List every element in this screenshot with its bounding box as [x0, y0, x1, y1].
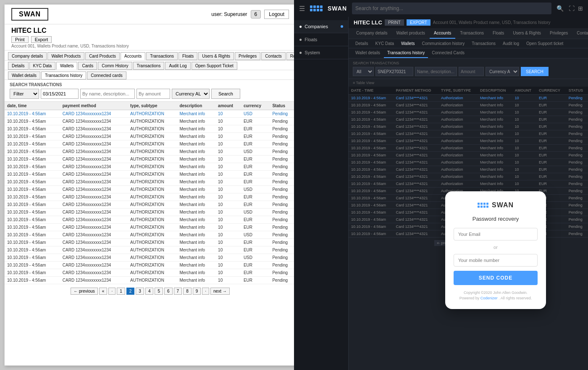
- dp-sidebar-item-floats[interactable]: ● Floats: [294, 33, 348, 46]
- lp-date-input[interactable]: [41, 89, 79, 99]
- dp-table-row[interactable]: 10.10.2019 - 4:56amCard 1234****4321Auth…: [349, 95, 588, 102]
- dp-sub-tab-audit-log[interactable]: Audit log: [499, 39, 522, 48]
- dp-print-button[interactable]: PRINT: [385, 19, 404, 26]
- lp-tab-floats[interactable]: Floats: [178, 52, 197, 60]
- dp-name-input[interactable]: [415, 67, 457, 76]
- lp-logout-button[interactable]: Logout: [264, 10, 289, 19]
- lp-table-row[interactable]: 10.10.2019 - 4:56amCARD 1234xxxxxxxx1234…: [5, 254, 296, 262]
- lp-amount-input[interactable]: [136, 89, 170, 99]
- dp-nav-tab-accounts[interactable]: Accounts: [430, 28, 455, 39]
- lp-tab-contacts[interactable]: Contacts: [261, 52, 285, 60]
- lp-tab2-comm-history[interactable]: Comm History: [98, 62, 132, 70]
- lp-table-row[interactable]: 10.10.2019 - 4:56amCARD 1234xxxxxxxx1234…: [5, 133, 296, 140]
- lp-page-btn[interactable]: ·: [202, 288, 209, 295]
- mc-email-input[interactable]: [454, 228, 538, 240]
- dp-currency-select[interactable]: Currency ALL: [486, 67, 519, 76]
- dp-search-input[interactable]: [352, 3, 551, 14]
- lp-table-row[interactable]: 10.10.2019 - 4:56amCARD 1234xxxxxxxx1234…: [5, 224, 296, 231]
- dp-table-row[interactable]: 10.10.2019 - 4:56amCard 1234****4321Auth…: [349, 123, 588, 130]
- dp-table-row[interactable]: 10.10.2019 - 4:56amCard 1234****4321Auth…: [349, 180, 588, 188]
- lp-table-row[interactable]: 10.10.2019 - 4:56amCARD 1234xxxxxxxx1234…: [5, 171, 296, 178]
- dp-nav-tab-users-&-rights[interactable]: Users & Rights: [509, 28, 545, 39]
- lp-table-row[interactable]: 10.10.2019 - 4:56amCARD 1234xxxxxxxx1234…: [5, 239, 296, 246]
- dp-sidebar-item-companies[interactable]: ● Companies: [294, 20, 348, 33]
- lp-tab-card-products[interactable]: Card Products: [85, 52, 120, 60]
- dp-export-button[interactable]: EXPORT: [407, 19, 430, 26]
- lp-table-row[interactable]: 10.10.2019 - 4:56amCARD 1234xxxxxxxx1234…: [5, 269, 296, 277]
- lp-table-row[interactable]: 10.10.2019 - 4:56amCARD 1234xxxxxxxx1234…: [5, 110, 296, 118]
- lp-export-button[interactable]: Export: [31, 36, 52, 43]
- lp-table-row[interactable]: 10.10.2019 - 4:56amCARD 1234xxxxxxxx1234…: [5, 231, 296, 239]
- lp-tab-privileges[interactable]: Privileges: [235, 52, 260, 60]
- lp-page-btn[interactable]: 6: [164, 288, 173, 295]
- lp-table-row[interactable]: 10.10.2019 - 4:56amCARD 1234xxxxxxxx1234…: [5, 118, 296, 125]
- lp-tab2-wallets[interactable]: Wallets: [56, 62, 77, 70]
- lp-tab2-kyc-data[interactable]: KYC Data: [29, 62, 55, 70]
- mc-phone-input[interactable]: [454, 254, 538, 267]
- dp-table-row[interactable]: 10.10.2019 - 4:56amCard 1234****4321Auth…: [349, 130, 588, 137]
- lp-tab-company-details[interactable]: Company details: [8, 52, 47, 60]
- dp-search-icon[interactable]: 🔍: [556, 5, 564, 12]
- lp-page-btn[interactable]: 3: [136, 288, 144, 295]
- dp-amount-input[interactable]: [459, 67, 484, 76]
- dp-table-row[interactable]: 10.10.2019 - 4:56amCard 1234****4321Auth…: [349, 137, 588, 145]
- dp-nav-tab-privileges[interactable]: Privileges: [546, 28, 572, 39]
- lp-table-row[interactable]: 10.10.2019 - 4:56amCARD 1234xxxxxxxx1234…: [5, 262, 296, 269]
- dp-grid-icon[interactable]: ⊞: [578, 5, 583, 12]
- dp-sub-tab-details[interactable]: Details: [352, 39, 372, 48]
- lp-table-row[interactable]: 10.10.2019 - 4:56amCARD 1234xxxxxxxx1234…: [5, 156, 296, 163]
- dp-table-row[interactable]: 10.10.2019 - 4:56amCard 1234****4321Auth…: [349, 166, 588, 173]
- lp-table-row[interactable]: 10.10.2019 - 4:56amCARD 1234xxxxxxxx1234…: [5, 125, 296, 133]
- dp-table-row[interactable]: 10.10.2019 - 4:56amCard 1234****4321Auth…: [349, 102, 588, 109]
- lp-page-btn[interactable]: next →: [210, 288, 230, 295]
- dp-table-row[interactable]: 10.10.2019 - 4:56amCard 1234****4321Auth…: [349, 109, 588, 116]
- lp-table-row[interactable]: 10.10.2019 - 4:56amCARD 1234xxxxxxxx1234…: [5, 277, 296, 284]
- dp-expand-icon[interactable]: ⛶: [569, 5, 575, 12]
- lp-page-btn[interactable]: 5: [155, 288, 163, 295]
- lp-table-row[interactable]: 10.10.2019 - 4:56amCARD 1234xxxxxxxx1234…: [5, 201, 296, 209]
- dp-search-button[interactable]: SEARCH: [521, 67, 549, 76]
- lp-tab3-transactions-history[interactable]: Transactions history: [41, 71, 86, 79]
- dp-nav-tab-company-details[interactable]: Company details: [352, 28, 391, 39]
- dp-sidebar-item-system[interactable]: ● System: [294, 46, 348, 59]
- lp-page-btn[interactable]: 2: [126, 288, 135, 295]
- lp-tab2-open-support-ticket[interactable]: Open Support Ticket: [192, 62, 237, 70]
- dp-wallet-tab-wallet-details[interactable]: Wallet details: [352, 48, 383, 58]
- lp-search-button[interactable]: Search: [211, 89, 240, 99]
- lp-tab-wallet-products[interactable]: Wallet Products: [47, 52, 84, 60]
- lp-page-btn[interactable]: 7: [174, 288, 182, 295]
- lp-tab-transactions[interactable]: Transactions: [146, 52, 178, 60]
- lp-tab2-cards[interactable]: Cards: [78, 62, 97, 70]
- dp-table-row[interactable]: 10.10.2019 - 4:56amCard 1234****4321Auth…: [349, 152, 588, 159]
- dp-sub-tab-wallets[interactable]: Wallets: [398, 39, 418, 48]
- lp-tab-accounts[interactable]: Accounts: [121, 52, 145, 60]
- dp-table-row[interactable]: 10.10.2019 - 4:56amCard 1234****4321Auth…: [349, 145, 588, 152]
- dp-sub-tab-open-support-ticket[interactable]: Open Support ticket: [523, 39, 567, 48]
- dp-wallet-tab-connected-cards[interactable]: Connected Cards: [428, 48, 468, 58]
- lp-page-btn[interactable]: «: [99, 288, 108, 295]
- lp-table-row[interactable]: 10.10.2019 - 4:56amCARD 1234xxxxxxxx1234…: [5, 193, 296, 201]
- lp-currency-select[interactable]: Currency ALL: [172, 89, 210, 99]
- mc-footer-link[interactable]: Codenizer: [480, 296, 498, 300]
- lp-page-btn[interactable]: ·: [108, 288, 116, 295]
- dp-nav-tab-contacts[interactable]: Contacts: [572, 28, 588, 39]
- lp-table-row[interactable]: 10.10.2019 - 4:56amCARD 1234xxxxxxxx1234…: [5, 148, 296, 156]
- lp-print-button[interactable]: Print: [11, 36, 29, 43]
- dp-nav-tab-transactions[interactable]: Transactions: [456, 28, 488, 39]
- dp-sub-tab-communication-history[interactable]: Communication history: [418, 39, 468, 48]
- dp-table-row[interactable]: 10.10.2019 - 4:56amCard 1234****4321Auth…: [349, 159, 588, 166]
- dp-table-row[interactable]: 10.10.2019 - 4:56amCard 1234****4321Auth…: [349, 116, 588, 123]
- lp-table-row[interactable]: 10.10.2019 - 4:56amCARD 1234xxxxxxxx1234…: [5, 246, 296, 254]
- dp-wallet-tab-transactions-history[interactable]: Transactions history: [384, 48, 428, 58]
- lp-table-row[interactable]: 10.10.2019 - 4:56amCARD 1234xxxxxxxx1234…: [5, 216, 296, 224]
- dp-nav-tab-wallet-products[interactable]: Wallet products: [392, 28, 429, 39]
- lp-name-input[interactable]: [80, 89, 135, 99]
- lp-tab-users-&-rights[interactable]: Users & Rights: [198, 52, 234, 60]
- lp-table-row[interactable]: 10.10.2019 - 4:56amCARD 1234xxxxxxxx1234…: [5, 209, 296, 216]
- lp-table-row[interactable]: 10.10.2019 - 4:56amCARD 1234xxxxxxxx1234…: [5, 178, 296, 186]
- dp-sub-tab-kyc-data[interactable]: KYC Data: [372, 39, 397, 48]
- lp-tab3-connected-cards[interactable]: Connected cards: [87, 71, 126, 79]
- dp-filter-select[interactable]: All: [353, 67, 374, 76]
- lp-table-row[interactable]: 10.10.2019 - 4:56amCARD 1234xxxxxxxx1234…: [5, 163, 296, 171]
- lp-filter-select[interactable]: Filter: [10, 89, 39, 99]
